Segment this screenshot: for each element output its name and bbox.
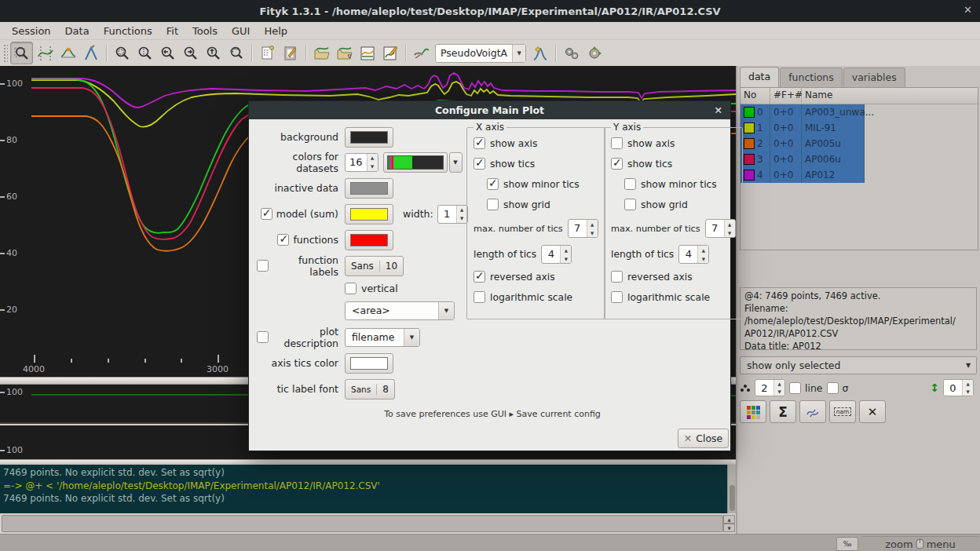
y-show-grid-checkbox[interactable] — [624, 199, 636, 210]
zoom-vertical-button[interactable] — [134, 42, 155, 64]
edit-init-button[interactable] — [280, 42, 301, 64]
x-max-tics-spinner[interactable]: 7▲▼ — [568, 219, 598, 238]
y-log-scale-checkbox[interactable] — [611, 291, 623, 303]
spin-down-icon[interactable]: ▼ — [457, 214, 467, 223]
load-data-button[interactable] — [311, 42, 332, 64]
spin-down-icon[interactable]: ▼ — [368, 162, 378, 171]
add-peak-mode-button[interactable] — [57, 42, 79, 64]
label-text-combo[interactable]: <area>▼ — [345, 301, 455, 320]
dataset-colors-button[interactable] — [740, 400, 766, 423]
y-tic-length-spinner[interactable]: 4▲▼ — [678, 245, 709, 264]
model-color-button[interactable] — [345, 204, 393, 224]
zoom-left-button[interactable] — [157, 42, 178, 64]
spin-down-icon[interactable]: ▼ — [698, 254, 708, 263]
menu-help[interactable]: Help — [257, 23, 294, 39]
menu-functions[interactable]: Functions — [97, 23, 159, 39]
run-fit-button[interactable] — [583, 42, 605, 64]
point-size-spinner[interactable]: 2▲▼ — [755, 379, 785, 396]
spin-down-icon[interactable]: ▼ — [774, 388, 784, 396]
shift-spinner[interactable]: 0▲▼ — [943, 379, 974, 396]
x-tic-length-spinner[interactable]: 4▲▼ — [541, 245, 572, 264]
close-button[interactable]: ✕ Close — [678, 429, 729, 448]
x-reversed-axis-checkbox[interactable] — [474, 271, 485, 283]
spin-up-icon[interactable]: ▲ — [587, 220, 598, 228]
sum-datasets-button[interactable]: Σ — [770, 400, 796, 423]
tab-data[interactable]: data — [740, 67, 779, 87]
dialog-title-bar[interactable]: Configure Main Plot ✕ — [249, 101, 730, 119]
functions-checkbox[interactable] — [277, 234, 289, 246]
sigma-checkbox[interactable] — [827, 382, 839, 394]
model-checkbox[interactable] — [261, 208, 272, 220]
col-name[interactable]: Name — [802, 88, 978, 104]
window-close-icon[interactable]: ✕ — [964, 4, 972, 16]
scrollbar-thumb[interactable] — [730, 485, 735, 511]
zoom-all-button[interactable] — [112, 42, 133, 64]
command-history-spinner[interactable]: ▲▼ — [723, 515, 735, 532]
dataset-color-swatch[interactable] — [744, 138, 755, 149]
spin-up-icon[interactable]: ▲ — [457, 206, 467, 214]
y-max-tics-spinner[interactable]: 7▲▼ — [705, 219, 736, 238]
spin-up-icon[interactable]: ▲ — [723, 515, 735, 524]
spin-up-icon[interactable]: ▲ — [368, 154, 378, 162]
spin-down-icon[interactable]: ▼ — [561, 254, 571, 263]
load-data-advanced-button[interactable] — [334, 42, 355, 64]
zoom-previous-button[interactable] — [225, 42, 247, 64]
x-show-grid-checkbox[interactable] — [487, 199, 499, 210]
command-input[interactable] — [2, 515, 723, 532]
dataset-color-swatch[interactable] — [744, 154, 755, 165]
spin-up-icon[interactable]: ▲ — [774, 380, 784, 388]
spin-up-icon[interactable]: ▲ — [963, 380, 973, 388]
plot-description-combo[interactable]: filename▼ — [345, 328, 420, 347]
rename-dataset-button[interactable]: nam — [829, 400, 856, 423]
fit-settings-button[interactable] — [561, 42, 582, 64]
data-range-mode-button[interactable] — [35, 42, 56, 64]
y-show-tics-checkbox[interactable] — [611, 158, 623, 170]
menu-session[interactable]: Session — [5, 23, 58, 39]
dialog-close-icon[interactable]: ✕ — [715, 104, 722, 116]
copy-functions-button[interactable] — [799, 400, 826, 423]
spin-up-icon[interactable]: ▲ — [698, 246, 708, 254]
function-type-combo[interactable]: PseudoVoigtA ▼ — [435, 44, 526, 63]
axis-tics-color-button[interactable] — [345, 353, 393, 374]
functions-color-button[interactable] — [345, 230, 393, 250]
table-row[interactable]: 4 0+0 AP012 — [740, 167, 978, 183]
colors-count-spinner[interactable]: 16▲▼ — [345, 153, 378, 172]
table-row[interactable]: 1 0+0 MIL-91 — [740, 120, 978, 136]
inactive-color-button[interactable] — [345, 178, 393, 199]
zoom-mode-button[interactable] — [10, 42, 33, 64]
delete-dataset-button[interactable]: ✕ — [859, 400, 886, 423]
dataset-color-swatch[interactable] — [744, 122, 755, 133]
palette-dropdown-button[interactable]: ▼ — [449, 152, 463, 173]
add-point-mode-button[interactable] — [80, 42, 101, 64]
y-show-axis-checkbox[interactable] — [611, 137, 623, 149]
toolbar-drag-handle[interactable] — [3, 44, 8, 63]
x-show-minor-tics-checkbox[interactable] — [487, 178, 499, 190]
tic-label-font-button[interactable]: Sans8 — [345, 379, 395, 400]
console-scrollbar[interactable] — [727, 465, 736, 513]
zoom-up-button[interactable] — [203, 42, 224, 64]
menu-gui[interactable]: GUI — [225, 23, 257, 39]
table-row[interactable]: 2 0+0 AP005u — [740, 136, 978, 151]
save-session-button[interactable] — [357, 42, 378, 64]
x-show-tics-checkbox[interactable] — [474, 158, 485, 170]
y-reversed-axis-checkbox[interactable] — [611, 271, 623, 283]
col-f[interactable]: #F+# — [770, 88, 802, 104]
show-filter-combo[interactable]: show only selected ▼ — [740, 356, 977, 374]
plot-description-checkbox[interactable] — [257, 331, 269, 343]
menu-tools[interactable]: Tools — [185, 23, 225, 39]
background-color-button[interactable] — [345, 127, 393, 148]
add-function-button[interactable] — [529, 42, 550, 64]
dataset-color-swatch[interactable] — [744, 107, 755, 118]
console-splitter[interactable] — [0, 459, 736, 465]
spin-up-icon[interactable]: ▲ — [725, 220, 735, 228]
tab-functions[interactable]: functions — [780, 68, 843, 87]
spin-down-icon[interactable]: ▼ — [587, 228, 598, 237]
x-log-scale-checkbox[interactable] — [474, 291, 485, 303]
col-no[interactable]: No — [740, 88, 770, 104]
dataset-palette-button[interactable] — [383, 152, 448, 173]
tab-variables[interactable]: variables — [843, 68, 905, 87]
menu-fit[interactable]: Fit — [159, 23, 185, 39]
function-labels-checkbox[interactable] — [257, 260, 269, 272]
spin-up-icon[interactable]: ▲ — [561, 246, 571, 254]
x-show-axis-checkbox[interactable] — [474, 137, 485, 149]
